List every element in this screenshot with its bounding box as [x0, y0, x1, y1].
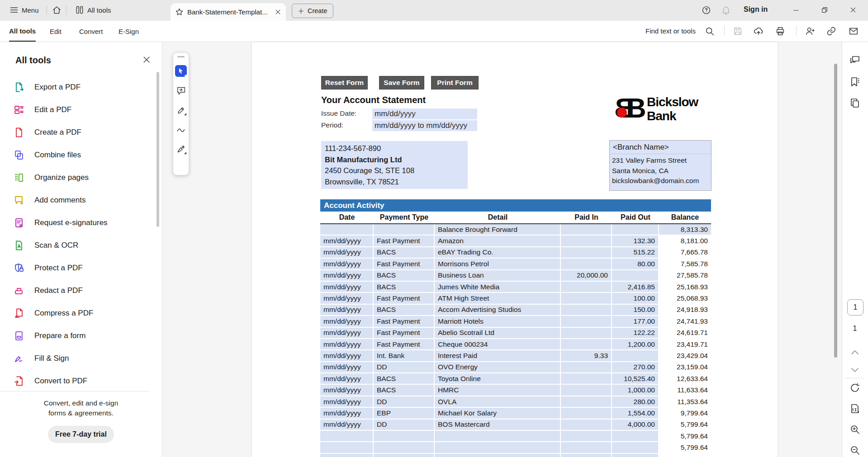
close-window-icon[interactable]	[849, 6, 857, 14]
cell-date[interactable]: mm/dd/yyyy	[320, 339, 374, 350]
cell-detail[interactable]: Cheque 000234	[435, 339, 561, 350]
cell-payment-type[interactable]: DD	[374, 362, 435, 373]
sidebar-item-edit-pdf[interactable]: Edit a PDF	[14, 101, 149, 119]
cell-detail[interactable]: Toyota Online	[435, 373, 561, 385]
cell-paid-out[interactable]: 1,554.00	[612, 408, 659, 419]
document-scrollbar[interactable]	[834, 64, 837, 358]
issue-date-field[interactable]: mm/dd/yyyy	[372, 108, 477, 119]
cell-date[interactable]	[320, 454, 374, 457]
cell-paid-out[interactable]: 280.00	[612, 396, 659, 408]
toolbar-drag-handle[interactable]	[177, 56, 185, 57]
cell-paid-out[interactable]	[612, 431, 659, 442]
cell-paid-in[interactable]	[561, 431, 612, 442]
tab-esign[interactable]: E-Sign	[119, 21, 139, 42]
cell-payment-type[interactable]: Fast Payment	[374, 316, 435, 327]
cell-payment-type[interactable]: DD	[374, 419, 435, 431]
rotate-refresh-icon[interactable]	[849, 382, 860, 393]
cell-paid-in[interactable]	[561, 454, 612, 457]
branch-name-field[interactable]: <Branch Name>	[610, 141, 711, 154]
close-tab-icon[interactable]	[275, 9, 281, 15]
cell-date[interactable]: mm/dd/yyyy	[320, 293, 374, 304]
cell-paid-in[interactable]	[561, 396, 612, 408]
sidebar-item-organize-pages[interactable]: Organize pages	[14, 169, 149, 187]
cell-payment-type[interactable]: Fast Payment	[374, 339, 435, 350]
account-info-block[interactable]: 111-234-567-890 Bit Manufacturing Ltd 24…	[321, 141, 468, 189]
sidebar-item-export-pdf[interactable]: Export a PDF	[14, 78, 149, 96]
cell-date[interactable]	[320, 224, 374, 236]
sidebar-item-prepare-form[interactable]: Prepare a form	[14, 327, 149, 345]
save-form-button[interactable]: Save Form	[379, 76, 424, 90]
cell-payment-type[interactable]: Fast Payment	[374, 236, 435, 247]
account-address-line1[interactable]: 2450 Courage St, STE 108	[325, 165, 464, 176]
cell-detail[interactable]: Michael Kor Salary	[435, 408, 561, 419]
cell-paid-in[interactable]: 20,000.00	[561, 270, 612, 282]
cell-paid-out[interactable]	[612, 270, 659, 282]
cell-paid-in[interactable]	[561, 282, 612, 293]
cell-date[interactable]: mm/dd/yyyy	[320, 282, 374, 293]
sidebar-item-compress-pdf[interactable]: Compress a PDF	[14, 304, 149, 322]
page-number-input[interactable]: 1	[847, 299, 863, 316]
print-icon[interactable]	[775, 26, 785, 36]
cell-date[interactable]: mm/dd/yyyy	[320, 247, 374, 259]
cell-payment-type[interactable]: BACS	[374, 270, 435, 282]
cell-paid-out[interactable]: 132.30	[612, 236, 659, 247]
cell-paid-out[interactable]: 1,200.00	[612, 339, 659, 350]
highlight-tool-button[interactable]	[175, 104, 187, 116]
cell-date[interactable]: mm/dd/yyyy	[320, 316, 374, 327]
help-icon[interactable]	[702, 5, 711, 15]
sidebar-item-redact-pdf[interactable]: Redact a PDF	[14, 282, 149, 300]
cell-detail[interactable]: ATM High Street	[435, 293, 561, 304]
cell-paid-out[interactable]: 1,000.00	[612, 385, 659, 396]
add-comment-tool-button[interactable]	[175, 85, 187, 96]
pages-panel-icon[interactable]	[849, 98, 860, 108]
cell-payment-type[interactable]	[374, 431, 435, 442]
sign-tool-button[interactable]	[175, 143, 187, 155]
next-page-icon[interactable]	[849, 364, 860, 375]
cell-paid-in[interactable]	[561, 247, 612, 259]
cell-payment-type[interactable]: BACS	[374, 385, 435, 396]
branch-info-box[interactable]: <Branch Name> 231 Valley Farms Street Sa…	[609, 140, 711, 191]
find-tools-search[interactable]: Find text or tools	[645, 27, 696, 35]
cell-date[interactable]: mm/dd/yyyy	[320, 350, 374, 362]
account-number[interactable]: 111-234-567-890	[325, 143, 464, 154]
cell-detail[interactable]	[435, 442, 561, 453]
menu-button[interactable]: Menu	[9, 5, 39, 14]
tab-convert[interactable]: Convert	[79, 21, 103, 42]
cell-detail[interactable]: Amazon	[435, 236, 561, 247]
previous-page-icon[interactable]	[849, 347, 860, 358]
cell-payment-type[interactable]: BACS	[374, 373, 435, 385]
cell-paid-in[interactable]: 9.33	[561, 350, 612, 362]
home-button[interactable]	[52, 5, 62, 15]
all-tools-shortcut[interactable]: All tools	[75, 5, 111, 14]
sidebar-item-convert-pdf[interactable]: Convert to PDF	[14, 372, 149, 390]
sidebar-item-create-pdf[interactable]: Create a PDF	[14, 123, 149, 141]
cell-paid-out[interactable]: 270.00	[612, 362, 659, 373]
reset-form-button[interactable]: Reset Form	[321, 76, 368, 90]
cell-payment-type[interactable]	[374, 224, 435, 236]
cell-payment-type[interactable]: BACS	[374, 305, 435, 316]
cell-date[interactable]: mm/dd/yyyy	[320, 373, 374, 385]
account-address-line2[interactable]: Brownsville, TX 78521	[325, 176, 464, 188]
panel-close-icon[interactable]	[142, 55, 151, 64]
print-form-button[interactable]: Print Form	[431, 76, 479, 90]
notifications-bell-icon[interactable]	[721, 5, 731, 15]
cell-date[interactable]: mm/dd/yyyy	[320, 408, 374, 419]
cell-detail[interactable]: Business Loan	[435, 270, 561, 282]
cell-detail[interactable]	[435, 431, 561, 442]
cell-detail[interactable]: Marriott Hotels	[435, 316, 561, 327]
cell-date[interactable]: mm/dd/yyyy	[320, 328, 374, 339]
cell-detail[interactable]: OVLA	[435, 396, 561, 408]
cell-date[interactable]: mm/dd/yyyy	[320, 385, 374, 396]
sidebar-item-request-esignatures[interactable]: Request e-signatures	[14, 214, 149, 232]
zoom-in-icon[interactable]	[849, 424, 860, 435]
actual-size-icon[interactable]	[849, 403, 860, 414]
cell-paid-in[interactable]	[561, 305, 612, 316]
select-tool-button[interactable]	[175, 65, 187, 77]
period-field[interactable]: mm/dd/yyyy to mm/dd/yyyy	[372, 120, 477, 131]
search-icon[interactable]	[705, 26, 715, 36]
cell-date[interactable]: mm/dd/yyyy	[320, 396, 374, 408]
sidebar-item-protect-pdf[interactable]: Protect a PDF	[14, 259, 149, 277]
cell-detail[interactable]: OVO Energy	[435, 362, 561, 373]
document-tab[interactable]: Bank-Statement-Templat...	[171, 3, 286, 21]
free-trial-button[interactable]: Free 7-day trial	[48, 426, 114, 443]
